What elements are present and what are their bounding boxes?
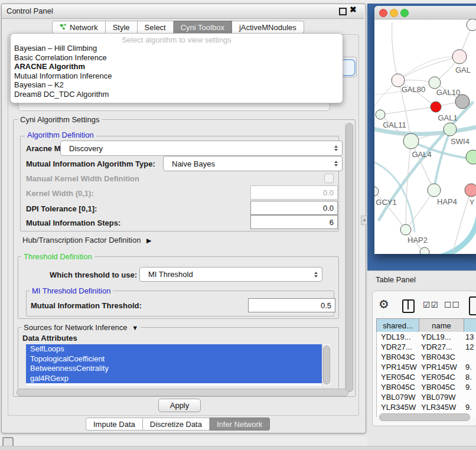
- which-threshold-value: MI Threshold: [148, 270, 193, 279]
- table-cell: YBR043C: [377, 353, 419, 361]
- network-node-gal4[interactable]: [403, 133, 419, 149]
- node-label-gcy1: GCY1: [376, 198, 396, 207]
- tab-select[interactable]: Select: [138, 21, 174, 34]
- table-row[interactable]: YBR043CYBR043C: [377, 352, 476, 362]
- float-panel-icon[interactable]: [339, 8, 347, 15]
- manual-kernel-checkbox[interactable]: [324, 174, 334, 183]
- table-row[interactable]: YDR27...YDR27...12: [377, 342, 476, 352]
- attribute-option-gal4rgexp[interactable]: gal4RGexp: [26, 374, 322, 384]
- gear-icon[interactable]: ⚙: [379, 297, 389, 311]
- algorithm-popup-list: Bayesian – Hill ClimbingBasic Correlatio…: [14, 44, 340, 99]
- network-node[interactable]: [420, 247, 429, 254]
- panel-splitter-handle[interactable]: ◂: [361, 216, 367, 225]
- table-cell: YDR27...: [419, 343, 464, 351]
- network-node-hap2[interactable]: [400, 224, 411, 235]
- algorithm-option-bayesian-k2[interactable]: Bayesian – K2: [14, 80, 340, 90]
- node-label-hap2: HAP2: [407, 236, 428, 244]
- network-canvas[interactable]: GALGAL80GAL10GAL1GAL11SWI4GAL4GCY1HAP4YH…: [374, 19, 476, 254]
- table-header-row: shared...name: [376, 318, 476, 333]
- tab-style[interactable]: Style: [106, 21, 138, 34]
- algorithm-option-bayesian-hill-climbing[interactable]: Bayesian – Hill Climbing: [14, 44, 340, 53]
- table-cell: YER054C: [419, 373, 464, 381]
- table-row[interactable]: YDL19...YDL19...13: [377, 332, 476, 342]
- mi-type-label: Mutual Information Algorithm Type:: [26, 159, 155, 168]
- column-header-name[interactable]: name: [419, 319, 464, 332]
- attribute-option-selfloops[interactable]: SelfLoops: [26, 344, 322, 354]
- which-threshold-combobox[interactable]: MI Threshold: [139, 267, 322, 282]
- hub-definition-disclosure[interactable]: Hub/Transcription Factor Definition ▶: [22, 236, 151, 244]
- window-close-icon[interactable]: [379, 9, 387, 17]
- attribute-option-betweennesscentrality[interactable]: BetweennessCentrality: [26, 364, 322, 374]
- table-cell: YER054C: [377, 373, 419, 381]
- node-label-y: Y: [470, 198, 475, 207]
- columns-icon[interactable]: [402, 299, 415, 313]
- table-cell: 8.: [464, 373, 476, 381]
- bottom-strip: [0, 446, 476, 450]
- sources-group-title[interactable]: Sources for Network Inference ▼: [21, 323, 141, 332]
- attributes-list: SelfLoopsTopologicalCoefficientBetweenne…: [26, 344, 322, 386]
- mi-type-combobox[interactable]: Naive Bayes: [163, 156, 343, 171]
- select-all-checkboxes-icon[interactable]: ☑☑: [423, 300, 439, 309]
- algorithm-option-dream8-dc-tdc-algorithm[interactable]: Dream8 DC_TDC Algorithm: [14, 90, 340, 99]
- table-cell: YBL079W: [419, 393, 464, 402]
- table-row[interactable]: YBL079WYBL079W: [377, 392, 476, 402]
- algorithm-option-aracne-algorithm[interactable]: ARACNE Algorithm: [14, 62, 340, 71]
- mi-steps-field[interactable]: 6: [250, 215, 338, 229]
- column-header-col2[interactable]: [464, 319, 476, 332]
- network-node-gal[interactable]: [452, 50, 467, 64]
- network-node-gal11[interactable]: [376, 110, 385, 119]
- window-minimize-icon[interactable]: [390, 9, 398, 17]
- settings-hscrollbar[interactable]: [17, 389, 348, 396]
- algorithm-option-mutual-information-inference[interactable]: Mutual Information Inference: [14, 71, 340, 81]
- network-graph: GALGAL80GAL10GAL1GAL11SWI4GAL4GCY1HAP4YH…: [374, 19, 476, 254]
- deselect-checkboxes-icon[interactable]: ☐☐: [444, 300, 460, 309]
- table-function-icon[interactable]: [469, 296, 476, 315]
- table-row[interactable]: YER054CYER054C8.: [377, 372, 476, 382]
- attribute-option-topologicalcoefficient[interactable]: TopologicalCoefficient: [26, 354, 322, 364]
- table-panel-title: Table Panel: [376, 275, 416, 284]
- attributes-vscrollbar-thumb[interactable]: [323, 345, 330, 384]
- algorithm-popup-hint: Select algorithm to view settings: [11, 35, 343, 44]
- column-header-shared[interactable]: shared...: [377, 319, 419, 332]
- tab-jactivemnodules[interactable]: jActiveMNodules: [232, 21, 304, 34]
- disclosure-right-arrow-icon: ▶: [146, 237, 151, 244]
- mi-threshold-field[interactable]: 0.5: [248, 298, 335, 312]
- aracne-mode-combobox[interactable]: Discovery: [60, 141, 343, 156]
- tab-network[interactable]: Network: [52, 21, 106, 34]
- network-node-y[interactable]: [465, 184, 476, 197]
- network-node-hap4[interactable]: [428, 184, 441, 197]
- apply-button[interactable]: Apply: [158, 399, 201, 412]
- table-cell: YBR045C: [419, 383, 464, 392]
- table-row[interactable]: YLR345WYLR345W9.: [377, 402, 476, 412]
- table-cell: YLR345W: [377, 403, 419, 412]
- table-row[interactable]: YBR045CYBR045C9.: [377, 382, 476, 392]
- network-node-gal1[interactable]: [431, 102, 441, 112]
- settings-vscrollbar-thumb[interactable]: [345, 123, 353, 392]
- node-label-gal80: GAL80: [402, 85, 425, 94]
- aracne-mode-value: Discovery: [69, 144, 103, 153]
- network-node-swi4[interactable]: [444, 123, 457, 136]
- table-cell: 13: [464, 332, 476, 341]
- tab-cyni-toolbox[interactable]: Cyni Toolbox: [174, 21, 232, 34]
- network-node-gal10[interactable]: [429, 77, 441, 89]
- manual-kernel-label: Manual Kernel Width Definition: [26, 174, 139, 183]
- bottom-tab-infer-network[interactable]: Infer Network: [210, 418, 270, 431]
- close-panel-icon[interactable]: ✖: [350, 5, 357, 14]
- control-panel-titlebar[interactable]: [2, 4, 364, 19]
- window-zoom-icon[interactable]: [400, 9, 409, 17]
- table-cell: YDL19...: [419, 332, 464, 341]
- tab-label: jActiveMNodules: [239, 23, 296, 32]
- table-row[interactable]: YPR145WYPR145W9.: [377, 362, 476, 372]
- kernel-width-field[interactable]: 0.0: [250, 185, 338, 200]
- mi-threshold-label: Mutual Information Threshold:: [31, 301, 142, 310]
- table-hscrollbar[interactable]: [379, 413, 470, 421]
- bottom-tab-impute-data[interactable]: Impute Data: [86, 418, 143, 431]
- bottom-tab-discretize-data[interactable]: Discretize Data: [143, 418, 210, 431]
- network-node[interactable]: [466, 150, 476, 164]
- network-node-gcy1[interactable]: [374, 187, 379, 196]
- dpi-tolerance-field[interactable]: 0.0: [250, 201, 338, 215]
- algorithm-option-basic-correlation-inference[interactable]: Basic Correlation Inference: [14, 53, 340, 63]
- tab-label: Cyni Toolbox: [181, 23, 224, 32]
- bottom-tab-label: Discretize Data: [150, 420, 202, 429]
- network-node[interactable]: [467, 19, 476, 31]
